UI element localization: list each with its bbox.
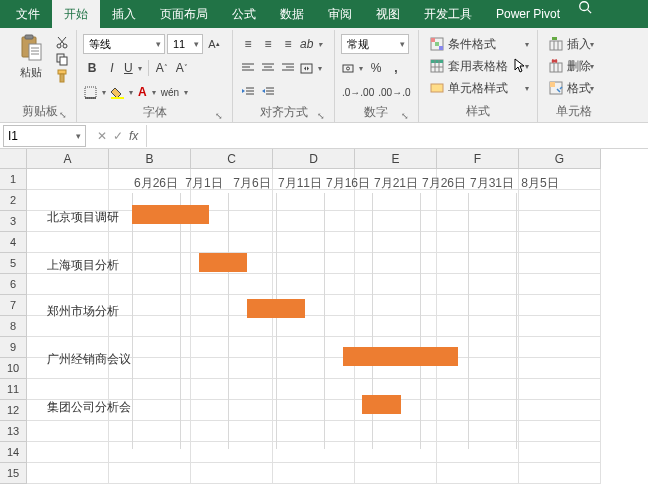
fx-button[interactable]: fx [129, 129, 138, 143]
cell[interactable] [273, 169, 355, 190]
cell[interactable] [437, 274, 519, 295]
increase-decimal-button[interactable]: .0→.00 [341, 82, 375, 102]
cell[interactable] [519, 169, 601, 190]
cell[interactable] [273, 211, 355, 232]
cell[interactable] [355, 400, 437, 421]
cell[interactable] [355, 232, 437, 253]
cell[interactable] [191, 421, 273, 442]
cell[interactable] [191, 190, 273, 211]
percent-button[interactable]: % [367, 58, 385, 78]
cell[interactable] [437, 442, 519, 463]
row-header[interactable]: 5 [0, 253, 27, 274]
name-box[interactable]: I1 [3, 125, 86, 147]
cell[interactable] [355, 379, 437, 400]
cell[interactable] [273, 463, 355, 484]
row-header[interactable]: 10 [0, 358, 27, 379]
column-header[interactable]: D [273, 149, 355, 169]
cell[interactable] [437, 211, 519, 232]
cell[interactable] [191, 358, 273, 379]
row-header[interactable]: 9 [0, 337, 27, 358]
cell[interactable] [355, 295, 437, 316]
cell[interactable] [109, 274, 191, 295]
align-center-button[interactable] [259, 58, 277, 78]
cell[interactable] [191, 442, 273, 463]
cell[interactable] [519, 274, 601, 295]
cell[interactable] [437, 358, 519, 379]
cell[interactable] [109, 442, 191, 463]
decrease-decimal-button[interactable]: .00→.0 [377, 82, 411, 102]
italic-button[interactable]: I [103, 58, 121, 78]
cell[interactable] [27, 316, 109, 337]
insert-cells-button[interactable]: 插入 [544, 34, 596, 54]
cell[interactable] [109, 421, 191, 442]
cell[interactable] [191, 211, 273, 232]
row-header[interactable]: 1 [0, 169, 27, 190]
tab-pivot[interactable]: Power Pivot [484, 0, 572, 28]
bold-button[interactable]: B [83, 58, 101, 78]
tab-data[interactable]: 数据 [268, 0, 316, 28]
cell[interactable] [109, 400, 191, 421]
number-launcher[interactable]: ⤡ [399, 110, 411, 122]
cell[interactable] [27, 232, 109, 253]
row-header[interactable]: 12 [0, 400, 27, 421]
orientation-button[interactable]: ab [299, 34, 324, 54]
tab-formula[interactable]: 公式 [220, 0, 268, 28]
cell[interactable] [273, 295, 355, 316]
tab-insert[interactable]: 插入 [100, 0, 148, 28]
font-color-button[interactable]: A [137, 82, 158, 102]
cell[interactable] [109, 316, 191, 337]
formula-input[interactable] [147, 125, 648, 147]
cell[interactable] [109, 190, 191, 211]
copy-button[interactable] [54, 51, 70, 67]
cell[interactable] [27, 358, 109, 379]
tab-home[interactable]: 开始 [52, 0, 100, 28]
comma-button[interactable]: , [387, 58, 405, 78]
cell[interactable] [27, 400, 109, 421]
row-header[interactable]: 4 [0, 232, 27, 253]
cell[interactable] [27, 295, 109, 316]
align-right-button[interactable] [279, 58, 297, 78]
cell[interactable] [191, 337, 273, 358]
align-left-button[interactable] [239, 58, 257, 78]
cell[interactable] [437, 295, 519, 316]
decrease-font-button[interactable]: A˅ [173, 58, 191, 78]
cell[interactable] [437, 253, 519, 274]
cell[interactable] [437, 463, 519, 484]
tab-dev[interactable]: 开发工具 [412, 0, 484, 28]
cell[interactable] [519, 337, 601, 358]
cell[interactable] [273, 379, 355, 400]
clipboard-launcher[interactable]: ⤡ [57, 109, 69, 121]
cell[interactable] [519, 463, 601, 484]
column-header[interactable]: A [27, 149, 109, 169]
cell[interactable] [273, 316, 355, 337]
format-cells-button[interactable]: 格式 [544, 78, 596, 98]
cell[interactable] [355, 316, 437, 337]
cell[interactable] [109, 295, 191, 316]
cell[interactable] [519, 253, 601, 274]
cell[interactable] [27, 463, 109, 484]
cell[interactable] [27, 421, 109, 442]
cell[interactable] [273, 442, 355, 463]
cell[interactable] [519, 400, 601, 421]
row-header[interactable]: 11 [0, 379, 27, 400]
cell[interactable] [27, 442, 109, 463]
cell[interactable] [355, 337, 437, 358]
column-header[interactable]: G [519, 149, 601, 169]
cell[interactable] [519, 442, 601, 463]
cell[interactable] [27, 379, 109, 400]
paste-button[interactable]: 粘贴 [10, 34, 52, 80]
underline-button[interactable]: U [123, 58, 144, 78]
cell[interactable] [273, 337, 355, 358]
cell[interactable] [355, 211, 437, 232]
cell[interactable] [273, 274, 355, 295]
formula-ok-button[interactable]: ✓ [113, 129, 123, 143]
cell[interactable] [437, 400, 519, 421]
row-header[interactable]: 13 [0, 421, 27, 442]
cell[interactable] [437, 337, 519, 358]
cell[interactable] [355, 358, 437, 379]
cell[interactable] [519, 232, 601, 253]
cell[interactable] [355, 253, 437, 274]
phonetic-button[interactable]: wén [160, 82, 190, 102]
cell[interactable] [437, 232, 519, 253]
cell[interactable] [437, 379, 519, 400]
